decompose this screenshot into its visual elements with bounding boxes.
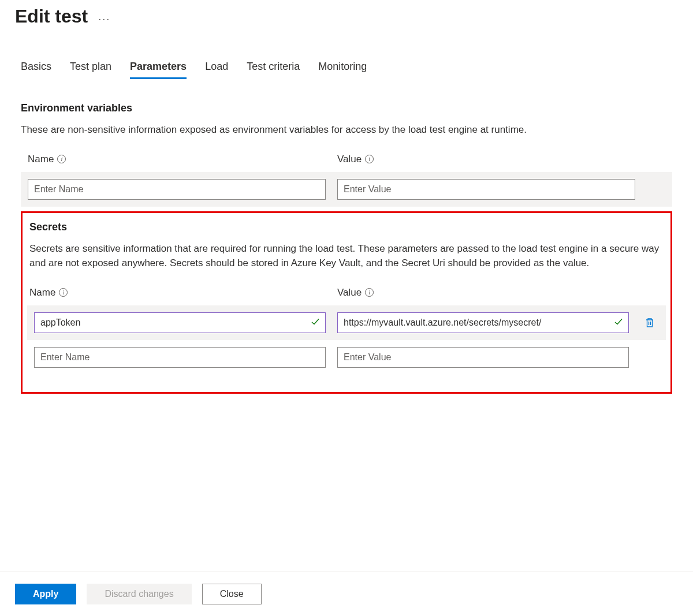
secrets-value-label: Value i: [337, 287, 634, 298]
discard-changes-button[interactable]: Discard changes: [87, 584, 191, 604]
trash-icon: [645, 318, 654, 328]
tab-test-criteria[interactable]: Test criteria: [247, 56, 300, 79]
secrets-heading: Secrets: [27, 221, 666, 233]
envvars-heading: Environment variables: [21, 102, 672, 114]
content-area: Environment variables These are non-sens…: [0, 79, 693, 572]
secrets-row: [27, 340, 666, 375]
envvars-name-input[interactable]: [28, 179, 326, 200]
envvars-value-input[interactable]: [337, 179, 635, 200]
envvars-value-label: Value i: [337, 154, 635, 165]
footer-actions: Apply Discard changes Close: [0, 572, 693, 616]
info-icon[interactable]: i: [57, 155, 66, 163]
info-icon[interactable]: i: [365, 155, 374, 163]
envvars-description: These are non-sensitive information expo…: [21, 122, 672, 137]
secrets-name-input[interactable]: [34, 312, 326, 333]
secrets-value-input[interactable]: [337, 347, 629, 368]
page-title: Edit test: [15, 6, 88, 27]
tab-load[interactable]: Load: [205, 56, 228, 79]
info-icon[interactable]: i: [59, 288, 68, 297]
close-button[interactable]: Close: [202, 584, 262, 604]
secrets-highlight: Secrets Secrets are sensitive informatio…: [21, 211, 672, 394]
secrets-description: Secrets are sensitive information that a…: [27, 241, 666, 271]
tabs-bar: Basics Test plan Parameters Load Test cr…: [0, 27, 693, 79]
envvars-name-label: Name i: [28, 154, 326, 165]
apply-button[interactable]: Apply: [15, 584, 76, 604]
info-icon[interactable]: i: [365, 288, 374, 297]
tab-monitoring[interactable]: Monitoring: [318, 56, 367, 79]
delete-row-button[interactable]: [640, 313, 659, 332]
secrets-name-input[interactable]: [34, 347, 326, 368]
envvars-row: [21, 172, 672, 207]
more-actions-icon[interactable]: ···: [98, 8, 110, 25]
secrets-row: [27, 305, 666, 340]
secrets-value-input[interactable]: [337, 312, 629, 333]
tab-parameters[interactable]: Parameters: [130, 56, 187, 79]
tab-basics[interactable]: Basics: [21, 56, 51, 79]
tab-test-plan[interactable]: Test plan: [70, 56, 111, 79]
secrets-name-label: Name i: [29, 287, 326, 298]
